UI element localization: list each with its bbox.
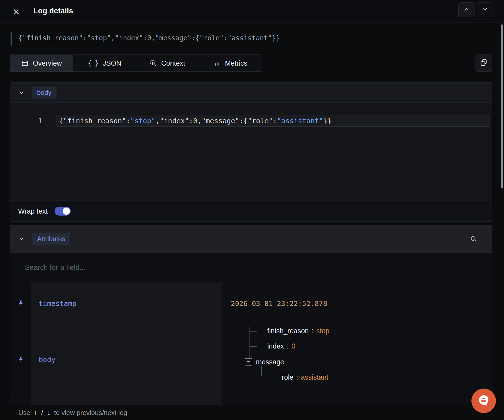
tree-row-index: index:0 <box>267 342 295 350</box>
braces-icon: { } <box>88 59 98 67</box>
vertical-scrollbar[interactable] <box>501 24 503 188</box>
code-line: {"finish_reason":"stop","index":0,"messa… <box>57 115 490 127</box>
field-search-input[interactable] <box>10 253 492 282</box>
tree-row-message: message <box>256 358 284 366</box>
slash-glyph: / <box>41 409 44 416</box>
collapse-node-icon[interactable] <box>245 358 252 365</box>
tree-row-finish-reason: finish_reason:stop <box>267 327 329 335</box>
tab-label: Metrics <box>225 59 248 67</box>
keyboard-hint: Use ↑ / ↓ to view previous/next log <box>18 409 127 417</box>
code-token: ,"index": <box>155 117 193 125</box>
attributes-section-header: Attributes <box>10 225 492 253</box>
header-divider <box>26 5 26 16</box>
tree-key: message <box>256 358 284 366</box>
context-list-icon <box>150 60 157 67</box>
tree-elbow-connector <box>261 366 270 376</box>
copy-button[interactable] <box>475 55 492 72</box>
log-details-panel: ✕ Log details {"finish_reason":"stop","i… <box>0 0 504 420</box>
body-section-header: body <box>10 83 492 103</box>
tab-json[interactable]: { } JSON <box>73 55 136 72</box>
previous-log-button[interactable] <box>458 2 474 17</box>
table-icon <box>21 60 28 67</box>
field-search-row <box>10 253 492 282</box>
tree-colon: : <box>312 327 314 335</box>
search-icon[interactable] <box>468 233 479 244</box>
wrap-text-label: Wrap text <box>18 207 48 215</box>
toggle-knob <box>63 207 70 215</box>
code-token: "stop" <box>130 117 155 125</box>
tree-connector-tick <box>249 331 257 332</box>
pin-button[interactable] <box>17 356 24 364</box>
field-value-timestamp[interactable]: 2026-03-01 23:22:52.878 <box>222 282 492 325</box>
tree-connector-tick <box>249 346 257 347</box>
close-button[interactable]: ✕ <box>11 6 22 17</box>
body-section: body 1 {"finish_reason":"stop","index":0… <box>10 82 492 222</box>
snippet-accent-bar <box>11 32 12 46</box>
tree-key: index <box>267 342 284 350</box>
tree-value: assistant <box>301 373 329 381</box>
next-log-button[interactable] <box>477 2 493 17</box>
code-token: {"finish_reason": <box>59 117 130 125</box>
chat-bubble-icon <box>476 393 491 409</box>
tree-row-role: role:assistant <box>282 373 328 381</box>
snippet-text: {"finish_reason":"stop","index":0,"messa… <box>18 34 280 42</box>
arrow-up-glyph: ↑ <box>32 409 39 416</box>
bar-chart-icon <box>214 60 221 67</box>
arrow-down-glyph: ↓ <box>45 409 52 416</box>
code-token: ,"message":{"role": <box>197 117 277 125</box>
code-token: }} <box>323 117 331 125</box>
body-code-editor[interactable]: 1 {"finish_reason":"stop","index":0,"mes… <box>10 103 492 201</box>
code-token: "assistant" <box>277 117 323 125</box>
tab-metrics[interactable]: Metrics <box>199 55 262 72</box>
tree-colon: : <box>296 373 298 381</box>
tree-connector-line <box>249 327 250 359</box>
tree-value: stop <box>316 327 329 335</box>
copy-icon <box>479 58 488 68</box>
field-name-cell <box>31 394 222 405</box>
code-token: 0 <box>193 117 197 125</box>
tree-key: finish_reason <box>267 327 309 335</box>
field-name-body[interactable]: body <box>31 325 222 394</box>
tree-colon: : <box>287 342 289 350</box>
tab-context[interactable]: Context <box>136 55 199 72</box>
attributes-section: Attributes timestamp 2026-03-01 23:22:52… <box>10 225 492 405</box>
tab-label: JSON <box>103 59 121 67</box>
page-title: Log details <box>33 7 73 15</box>
body-section-label[interactable]: body <box>32 87 57 99</box>
chevron-down-icon <box>481 6 488 14</box>
attributes-section-label[interactable]: Attributes <box>32 233 70 245</box>
body-value-tree: finish_reason:stop index:0 message role:… <box>222 325 492 394</box>
wrap-text-row: Wrap text <box>10 201 492 221</box>
header: ✕ Log details <box>0 0 504 23</box>
field-value-cell <box>222 394 492 405</box>
attribute-row-timestamp: timestamp 2026-03-01 23:22:52.878 <box>10 282 492 325</box>
tab-overview[interactable]: Overview <box>10 55 73 72</box>
line-number: 1 <box>38 117 42 125</box>
pin-cell <box>10 282 31 325</box>
tree-value: 0 <box>292 342 295 350</box>
wrap-text-toggle[interactable] <box>55 207 71 216</box>
tab-label: Context <box>161 59 185 67</box>
hint-text: to view previous/next log <box>54 409 127 416</box>
chevron-up-icon <box>463 6 470 14</box>
pin-cell <box>10 325 31 394</box>
pin-icon <box>17 300 24 307</box>
field-name-timestamp[interactable]: timestamp <box>31 282 222 325</box>
pin-button[interactable] <box>17 300 24 307</box>
support-chat-button[interactable] <box>471 389 496 413</box>
pin-icon <box>17 356 24 364</box>
attribute-row-partial <box>10 394 492 405</box>
chevron-down-icon[interactable] <box>18 236 25 242</box>
tree-key: role <box>282 373 293 381</box>
chevron-down-icon[interactable] <box>18 89 25 96</box>
tab-label: Overview <box>33 59 62 67</box>
pin-cell <box>10 394 31 405</box>
attribute-row-body: body finish_reason:stop index:0 message <box>10 325 492 394</box>
field-value-body: finish_reason:stop index:0 message role:… <box>222 325 492 394</box>
hint-text: Use <box>18 409 30 416</box>
tab-bar: Overview { } JSON Context Metrics <box>10 55 262 72</box>
